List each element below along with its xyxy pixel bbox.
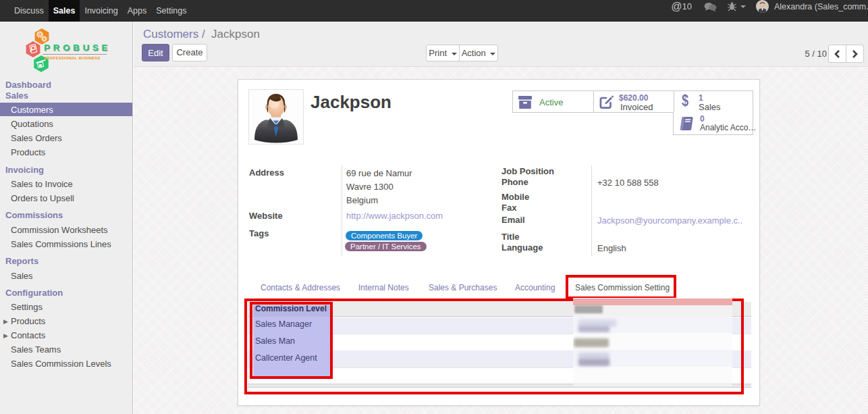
svg-text:PROBUSE: PROBUSE bbox=[44, 43, 111, 53]
svg-text:PROFESSIONAL BUSINESS: PROFESSIONAL BUSINESS bbox=[44, 56, 101, 60]
